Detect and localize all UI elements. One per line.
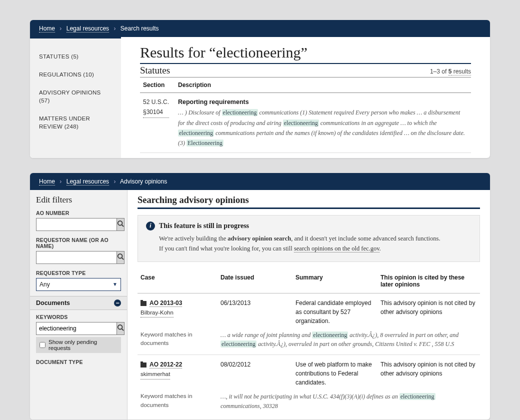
label-doc-type: DOCUMENT TYPE [36,359,121,365]
summary: Federal candidate employed as consultant… [292,293,378,328]
sidebar-item-regulations[interactable]: REGULATIONS (10) [30,66,121,84]
breadcrumb-legal[interactable]: Legal resources [66,178,109,186]
folder-icon [140,301,146,306]
cited-by: This advisory opinion is not cited by ot… [378,293,480,328]
topbar: Home › Legal resources › Search results [30,20,490,37]
summary: Use of web platform to make contribution… [292,355,378,390]
sidebar-item-matters[interactable]: MATTERS UNDER REVIEW (248) [30,110,121,136]
col-section: Section [140,78,175,93]
filters-sidebar: Edit filters AO NUMBER REQUESTOR NAME (O… [30,190,128,420]
table-row: AO 2012-22skimmerhat 08/02/2012 Use of w… [138,355,480,390]
breadcrumb-current: Search results [120,25,159,32]
breadcrumb-home[interactable]: Home [39,178,55,186]
statute-title: Reporting requirements [178,97,468,108]
requestor-name[interactable]: Bilbray-Kohn [140,308,174,318]
breadcrumb: Home › Legal resources › Advisory opinio… [39,178,167,185]
keyword-label: Keyword matches in documents [138,390,218,416]
breadcrumb-legal[interactable]: Legal resources [66,25,109,32]
svg-line-3 [122,258,124,260]
breadcrumb: Home › Legal resources › Search results [39,25,158,32]
ao-link[interactable]: AO 2013-03 [150,300,182,307]
table-row: 52 U.S.C.§30104 Reporting requirements …… [140,93,471,153]
pending-checkbox-input[interactable] [40,342,46,348]
breadcrumb-sep: › [114,178,116,185]
info-icon: i [146,222,155,230]
info-heading: This feature is still in progress [159,222,249,230]
svg-line-1 [122,225,124,227]
breadcrumb-sep: › [60,178,62,185]
pending-label: Show only pending requests [48,339,118,351]
svg-point-0 [118,221,122,226]
keywords-search-button[interactable] [117,322,124,335]
breadcrumb-sep: › [60,25,62,32]
requestor-type-select[interactable]: Any ▼ [36,278,121,291]
label-ao-number: AO NUMBER [36,210,121,216]
folder-icon [140,362,146,368]
breadcrumb-sep: › [114,25,116,32]
breadcrumb-current: Advisory opinions [120,178,167,185]
page-title: Searching advisory opinions [138,195,480,206]
table-row: AO 2013-03Bilbray-Kohn 06/13/2013 Federa… [138,293,480,328]
card-search-results: Home › Legal resources › Search results … [30,20,490,158]
topbar: Home › Legal resources › Advisory opinio… [30,173,490,190]
sidebar-item-statutes[interactable]: STATUTES (5) [30,48,121,66]
svg-line-5 [122,329,124,331]
keyword-snippet: …, it will not be participating in what … [218,390,480,416]
ao-link[interactable]: AO 2012-22 [150,361,182,368]
advisory-opinions-table: Case Date issued Summary This opinion is… [138,271,480,416]
info-box: i This feature is still in progress We'r… [138,215,480,262]
col-description: Description [175,78,471,93]
requestor-name[interactable]: skimmerhat [140,370,170,379]
date-issued: 06/13/2013 [218,293,292,328]
svg-point-2 [118,254,122,258]
breadcrumb-home[interactable]: Home [39,25,55,32]
statute-snippet: … ) Disclosure of electioneering communi… [178,108,468,148]
section-heading-statutes: Statutes [140,65,170,76]
statutes-table: Section Description 52 U.S.C.§30104 Repo… [140,77,471,153]
statute-link[interactable]: 52 U.S.C.§30104 [143,97,169,118]
requestor-type-value: Any [40,281,50,288]
collapse-icon: − [114,300,121,306]
keywords-input[interactable] [36,322,117,335]
sidebar-item-advisory-opinions[interactable]: ADVISORY OPINIONS (57) [30,84,121,110]
keyword-label: Keyword matches in documents [138,328,218,355]
old-fec-link[interactable]: search opinions on the old fec.gov [294,245,380,252]
label-requestor-type: REQUESTOR TYPE [36,270,121,276]
ao-number-search-button[interactable] [117,218,124,231]
keyword-match-row: Keyword matches in documents…, it will n… [138,390,480,416]
keyword-match-row: Keyword matches in documents… a wide ran… [138,328,480,355]
keyword-snippet: … a wide range of joint planning and ele… [218,328,480,355]
search-icon [117,324,124,332]
label-keywords: KEYWORDS [36,314,121,320]
cited-by: This advisory opinion is not cited by ot… [378,355,480,390]
search-icon [117,253,124,262]
chevron-down-icon: ▼ [112,282,118,287]
date-issued: 08/02/2012 [218,355,292,390]
results-sidebar: STATUTES (5) REGULATIONS (10) ADVISORY O… [30,37,121,158]
filters-title: Edit filters [30,190,127,209]
requestor-name-input[interactable] [36,251,117,264]
label-requestor-name: REQUESTOR NAME (OR AO NAME) [36,237,121,249]
requestor-name-search-button[interactable] [117,251,124,264]
card-advisory-opinions: Home › Legal resources › Advisory opinio… [30,173,490,420]
col-summary: Summary [292,271,378,294]
search-icon [117,220,124,228]
page-title: Results for “electioneering” [140,44,471,61]
pending-checkbox[interactable]: Show only pending requests [36,337,121,353]
result-count: 1–3 of 5 results [430,68,471,75]
col-cited: This opinion is cited by these later opi… [378,271,480,294]
svg-point-4 [118,325,122,330]
documents-label: Documents [36,300,70,306]
ao-number-input[interactable] [36,218,117,231]
col-case: Case [138,271,218,294]
info-text: We're actively building the advisory opi… [159,234,472,254]
documents-accordion-header[interactable]: Documents − [30,296,127,310]
col-date: Date issued [218,271,292,294]
